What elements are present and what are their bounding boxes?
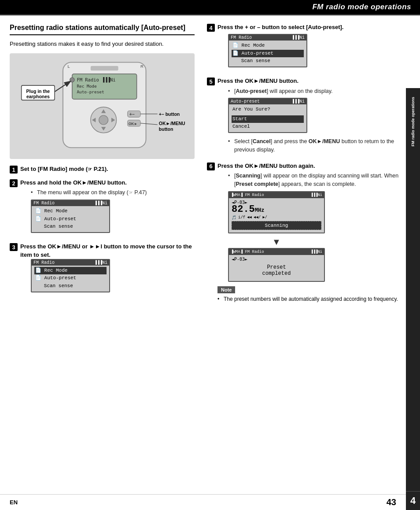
lcd-scan-freq: 82.5MHz [232, 205, 321, 214]
step-6-sub-item: [Scanning] will appear on the display an… [228, 172, 412, 188]
step-2-sub: The menu will appear on the display (☞ P… [31, 188, 195, 197]
header-title: FM radio mode operations [312, 3, 411, 11]
svg-rect-1 [91, 66, 118, 70]
step-1-num: 1 [10, 166, 18, 174]
svg-text:button: button [159, 127, 173, 132]
section-title: Presetting radio stations automatically … [10, 23, 195, 35]
lcd-step2-header: FM Radio ▐▐▐Ni [32, 200, 109, 206]
step-4: 4 Press the + or – button to select [Aut… [207, 23, 412, 72]
lcd-step3-row1: 📄 Rec Mode [34, 267, 107, 274]
step-5-sub-item: [Auto-preset] will appear on the display… [228, 87, 412, 96]
step-1: 1 Set to [FM Radio] mode (☞ P.21). [10, 165, 195, 174]
section-intro: Presetting stations makes it easy to fin… [10, 40, 195, 48]
lcd-step4: FM Radio ▐▐▐Ni 📄 Rec Mode 📄 Auto-preset … [228, 34, 307, 67]
svg-text:earphones: earphones [26, 94, 50, 99]
device-illustration: FM Radio ▐▐▐Ni Rec Mode Auto-preset L R … [10, 53, 195, 159]
note-label: Note [217, 286, 235, 293]
step-6-text: Press the OK►/MENU button again. [217, 162, 412, 170]
step-2-num: 2 [10, 179, 18, 187]
lcd-scanning-bar: Scanning [232, 221, 321, 230]
lcd-step5-start: Start [232, 115, 304, 123]
lcd-step3-header: FM Radio ▐▐▐Ni [32, 260, 109, 266]
lcd-step3-battery: ▐▐▐Ni [94, 260, 107, 265]
lcd-scan-battery: ▐▐▐Ni [310, 193, 322, 197]
lcd-preset-complete-text: Presetcompleted [232, 262, 321, 279]
svg-point-18 [70, 78, 74, 82]
step-2-text: Press and hold the OK►/MENU button. [20, 179, 195, 187]
lcd-step2-row3: Scan sense [34, 223, 107, 230]
lcd-preset-complete: ▐WMA▐ FM Radio ▐▐▐Ni ◄P-03► Presetcomple… [228, 248, 325, 282]
lcd-step4-header: FM Radio ▐▐▐Ni [229, 35, 306, 41]
step-3-text: Press the OK►/MENU or ►►I button to move… [20, 243, 195, 259]
svg-text:FM Radio  ▐▐▐Ni: FM Radio ▐▐▐Ni [77, 78, 115, 83]
step-2-sub-item: The menu will appear on the display (☞ P… [31, 188, 195, 197]
side-tab-number: 4 [406, 491, 420, 510]
step-5-cancel-note-item: Select [Cancel] and press the OK►/MENU b… [228, 137, 412, 154]
step-6-sub: [Scanning] will appear on the display an… [228, 172, 412, 188]
device-svg: FM Radio ▐▐▐Ni Rec Mode Auto-preset L R … [14, 58, 190, 155]
page-footer: EN 43 [0, 494, 406, 510]
lcd-step5-cancel: Cancel [232, 123, 304, 130]
lcd-step5-header: Auto-preset ▐▐▐Ni [229, 99, 306, 104]
lcd-step5: Auto-preset ▐▐▐Ni Are You Sure? Start Ca… [228, 98, 307, 133]
lcd-step2-row1: 📄 Rec Mode [34, 207, 107, 215]
svg-text:Auto-preset: Auto-preset [77, 89, 104, 94]
page-header: FM radio mode operations [0, 0, 420, 14]
note-text-item: The preset numbers will be automatically… [217, 295, 412, 303]
lcd-step5-battery: ▐▐▐Ni [291, 99, 305, 104]
lcd-step3: FM Radio ▐▐▐Ni 📄 Rec Mode 📄 Auto-preset … [31, 259, 110, 292]
lcd-scanning: ▐WMA▐ FM Radio ▐▐▐Ni ◄P-03► 82.5MHz 🎵i/f… [228, 191, 325, 233]
lcd-scan-icons: 🎵i/f◄◄◄◄/►/ [232, 215, 321, 220]
step-3-num: 3 [10, 243, 18, 251]
step-4-text: Press the + or – button to select [Auto-… [217, 23, 412, 31]
lcd-step3-title: FM Radio [33, 260, 55, 265]
lcd-step2-battery: ▐▐▐Ni [94, 201, 107, 206]
note-text: The preset numbers will be automatically… [217, 295, 412, 303]
lcd-scan-body: ◄P-03► 82.5MHz 🎵i/f◄◄◄◄/►/ Scanning [229, 198, 324, 233]
side-tab-text: FM radio mode operations [410, 97, 416, 147]
step-5-num: 5 [207, 78, 215, 85]
step-5-text: Press the OK►/MENU button. [217, 77, 412, 85]
step-5-cancel-note: Select [Cancel] and press the OK►/MENU b… [228, 137, 412, 154]
lcd-preset-battery: ▐▐▐Ni [310, 250, 322, 254]
lcd-scanning-area: ▐WMA▐ FM Radio ▐▐▐Ni ◄P-03► 82.5MHz 🎵i/f… [228, 191, 325, 282]
arrow-down: ▼ [228, 237, 325, 247]
note-box: Note The preset numbers will be automati… [217, 286, 412, 303]
side-tab: FM radio mode operations 4 [406, 88, 420, 510]
svg-text:OK►: OK► [129, 122, 138, 126]
svg-text:OK►/MENU: OK►/MENU [159, 121, 185, 126]
lcd-step4-row3: Scan sense [232, 57, 304, 65]
step-5: 5 Press the OK►/MENU button. [Auto-prese… [207, 77, 412, 157]
lcd-step5-question: Are You Sure? [232, 106, 304, 113]
left-column: Presetting radio stations automatically … [0, 23, 203, 308]
right-column: 4 Press the + or – button to select [Aut… [203, 23, 420, 308]
lcd-step2-row2: 📄 Auto-preset [34, 215, 107, 223]
lcd-step2: FM Radio ▐▐▐Ni 📄 Rec Mode 📄 Auto-preset … [31, 200, 110, 233]
lcd-step2-title: FM Radio [33, 201, 55, 206]
lcd-step4-title: FM Radio [231, 35, 252, 40]
footer-pagenum: 43 [387, 497, 396, 507]
lcd-scanning-header: ▐WMA▐ FM Radio ▐▐▐Ni [229, 192, 324, 198]
lcd-preset-track: ◄P-03► [232, 257, 321, 262]
lcd-preset-body: ◄P-03► Presetcompleted [229, 255, 324, 281]
lcd-step4-battery: ▐▐▐Ni [291, 35, 305, 40]
svg-text:+– button: +– button [159, 112, 180, 117]
lcd-step5-title: Auto-preset [231, 99, 260, 104]
lcd-step3-row2: 📄 Auto-preset [34, 274, 107, 282]
svg-text:+–: +– [129, 112, 135, 117]
lcd-scan-wma: ▐WMA▐ FM Radio [231, 193, 264, 197]
step-6: 6 Press the OK►/MENU button again. [Scan… [207, 162, 412, 303]
lcd-preset-wma: ▐WMA▐ FM Radio [231, 250, 264, 254]
svg-text:R: R [140, 64, 144, 69]
svg-text:Rec Mode: Rec Mode [77, 84, 97, 89]
svg-point-9 [99, 115, 108, 125]
step-3: 3 Press the OK►/MENU or ►►I button to mo… [10, 243, 195, 297]
svg-text:L: L [67, 64, 70, 69]
footer-lang: EN [10, 499, 18, 506]
step-5-sub: [Auto-preset] will appear on the display… [228, 87, 412, 96]
lcd-step4-row1: 📄 Rec Mode [232, 42, 304, 49]
main-content: Presetting radio stations automatically … [0, 15, 420, 308]
step-1-text: Set to [FM Radio] mode (☞ P.21). [20, 165, 108, 173]
lcd-preset-header: ▐WMA▐ FM Radio ▐▐▐Ni [229, 249, 324, 255]
lcd-step3-row3: Scan sense [34, 282, 107, 290]
